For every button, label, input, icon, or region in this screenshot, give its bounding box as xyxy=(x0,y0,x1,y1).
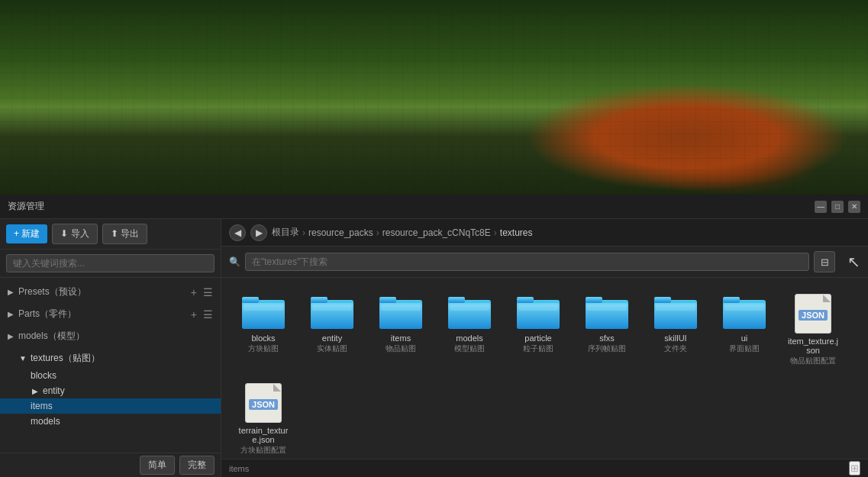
parts-menu-button[interactable]: ☰ xyxy=(202,308,215,321)
close-button[interactable]: ✕ xyxy=(848,201,860,213)
file-desc: 方块贴图 xyxy=(248,343,279,354)
models-label: models（模型） xyxy=(18,330,215,343)
parts-label: Parts（零件） xyxy=(18,308,189,321)
complete-view-button[interactable]: 完整 xyxy=(179,456,215,475)
file-name: particle xyxy=(524,334,551,343)
folder-icon xyxy=(517,294,560,330)
file-desc: 实体贴图 xyxy=(317,343,347,354)
file-desc: 文件夹 xyxy=(664,343,687,354)
file-item-skillUI[interactable]: skillUI 文件夹 xyxy=(645,289,706,371)
status-bar: items ⊞ xyxy=(221,459,868,477)
file-item-item_texture-json[interactable]: JSON item_texture.json 物品贴图配置 xyxy=(782,289,844,371)
tree-section-models: ▶ models（模型） xyxy=(0,325,221,347)
file-name: models xyxy=(456,334,482,343)
file-desc: 物品贴图配置 xyxy=(790,356,836,366)
hero-image xyxy=(0,0,868,195)
file-item-sfxs[interactable]: sfxs 序列帧贴图 xyxy=(576,289,637,371)
new-button[interactable]: + 新建 xyxy=(6,224,47,243)
tree-item-textures[interactable]: ▼ textures（贴图） xyxy=(0,349,221,368)
main-content: ◀ ▶ 根目录 › resource_packs › resource_pack… xyxy=(221,219,868,477)
json-file-icon: JSON xyxy=(245,383,282,423)
file-item-ui[interactable]: ui 界面贴图 xyxy=(714,289,775,371)
presets-add-button[interactable]: + xyxy=(189,286,198,298)
svg-rect-31 xyxy=(724,305,764,311)
models-label2: models xyxy=(31,416,60,427)
chevron-down-icon: ▼ xyxy=(18,354,27,363)
breadcrumb-root[interactable]: 根目录 xyxy=(272,226,299,239)
file-grid: blocks 方块贴图 xyxy=(221,278,868,459)
svg-rect-17 xyxy=(517,297,534,303)
file-name: item_texture.json xyxy=(787,337,839,355)
svg-rect-13 xyxy=(448,297,465,303)
tree: ▶ Presets（预设） + ☰ ▶ Parts（零件） + xyxy=(0,278,221,453)
svg-rect-19 xyxy=(518,305,558,311)
folder-icon xyxy=(379,294,422,330)
status-text: items xyxy=(229,464,249,473)
svg-rect-1 xyxy=(242,297,259,303)
svg-rect-15 xyxy=(450,305,489,311)
file-desc: 模型贴图 xyxy=(454,343,485,354)
sidebar: + 新建 ⬇ 导入 ⬆ 导出 ▶ Presets（预设） + ☰ xyxy=(0,219,221,477)
breadcrumb-pack[interactable]: resource_pack_cCNqTc8E xyxy=(382,227,491,238)
folder-icon xyxy=(311,294,353,330)
tree-section-textures: ▼ textures（贴图） blocks ▶ entity items xyxy=(0,347,221,430)
simple-view-button[interactable]: 简单 xyxy=(140,456,175,475)
textures-label: textures（贴图） xyxy=(31,352,100,365)
folder-icon xyxy=(654,294,697,330)
maximize-button[interactable]: □ xyxy=(831,201,844,213)
nav-back-button[interactable]: ◀ xyxy=(229,224,246,241)
svg-rect-27 xyxy=(656,305,695,311)
filter-button[interactable]: ⊟ xyxy=(814,251,835,272)
file-name: terrain_texture.json xyxy=(237,426,289,444)
json-file-icon: JSON xyxy=(795,294,831,334)
file-name: ui xyxy=(741,334,748,343)
file-item-items[interactable]: items 物品贴图 xyxy=(370,289,431,371)
import-button[interactable]: ⬇ 导入 xyxy=(52,224,97,244)
folder-icon xyxy=(723,294,766,330)
file-item-particle[interactable]: particle 粒子贴图 xyxy=(508,289,569,371)
search-icon: 🔍 xyxy=(229,256,240,267)
file-desc: 方块贴图配置 xyxy=(240,445,286,456)
file-name: items xyxy=(391,334,411,343)
file-item-models[interactable]: models 模型贴图 xyxy=(439,289,500,371)
file-name: entity xyxy=(322,334,342,343)
items-label: items xyxy=(31,401,53,411)
file-item-entity[interactable]: entity 实体贴图 xyxy=(302,289,363,371)
svg-rect-21 xyxy=(586,297,602,303)
breadcrumb-resource-packs[interactable]: resource_packs xyxy=(308,227,373,238)
tree-child-items[interactable]: items xyxy=(0,398,221,414)
svg-rect-29 xyxy=(723,297,740,303)
file-item-terrain_texture-json[interactable]: JSON terrain_texture.json 方块贴图配置 xyxy=(233,379,294,459)
sidebar-footer: 简单 完整 xyxy=(0,453,221,477)
nav-forward-button[interactable]: ▶ xyxy=(250,224,267,241)
grid-view-button[interactable]: ⊞ xyxy=(849,461,860,475)
tree-section-presets-header[interactable]: ▶ Presets（预设） + ☰ xyxy=(0,282,221,301)
sidebar-search-input[interactable] xyxy=(6,254,215,272)
tree-child-entity[interactable]: ▶ entity xyxy=(0,383,221,398)
file-desc: 界面贴图 xyxy=(729,343,760,354)
export-button[interactable]: ⬆ 导出 xyxy=(102,224,147,244)
folder-icon xyxy=(448,294,491,330)
minimize-button[interactable]: — xyxy=(815,201,827,213)
presets-menu-button[interactable]: ☰ xyxy=(202,286,215,298)
breadcrumb-textures[interactable]: textures xyxy=(500,227,533,238)
parts-add-button[interactable]: + xyxy=(189,308,198,321)
tree-section-parts-header[interactable]: ▶ Parts（零件） + ☰ xyxy=(0,305,221,324)
tree-child-models[interactable]: models xyxy=(0,414,221,429)
toolbar: + 新建 ⬇ 导入 ⬆ 导出 xyxy=(0,219,221,250)
file-name: blocks xyxy=(251,334,275,343)
filter-icon: ⊟ xyxy=(821,256,829,268)
folder-icon xyxy=(242,294,285,330)
chevron-right-icon: ▶ xyxy=(6,310,15,318)
main-search-input[interactable] xyxy=(245,253,809,271)
tree-child-blocks[interactable]: blocks xyxy=(0,368,221,383)
tree-section-parts: ▶ Parts（零件） + ☰ xyxy=(0,303,221,325)
entity-label: entity xyxy=(43,385,65,396)
svg-rect-25 xyxy=(654,297,671,303)
tree-section-models-header[interactable]: ▶ models（模型） xyxy=(0,327,221,346)
svg-rect-3 xyxy=(244,305,283,311)
file-item-blocks[interactable]: blocks 方块贴图 xyxy=(233,289,294,371)
svg-rect-11 xyxy=(381,305,421,311)
file-desc: 粒子贴图 xyxy=(523,343,553,354)
chevron-right-icon: ▶ xyxy=(31,387,40,395)
